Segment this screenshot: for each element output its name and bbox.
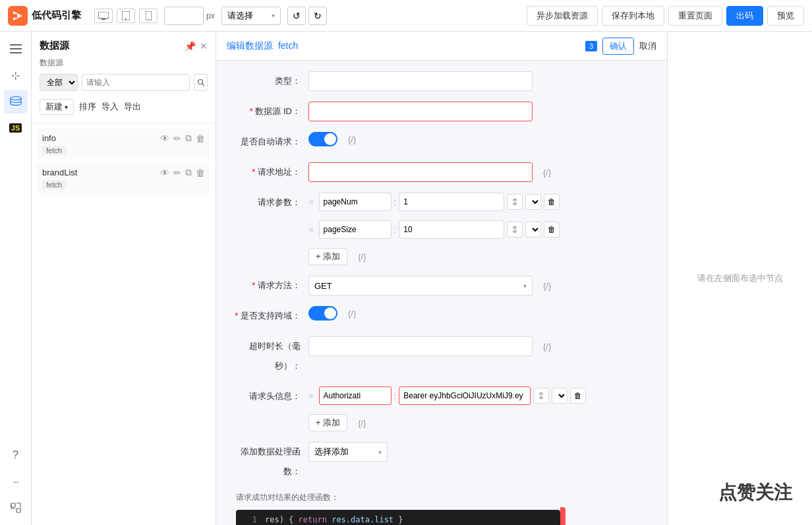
sidebar-icons: ⊹ JS ? ··· [0,32,32,525]
list-item[interactable]: brandList 👁 ✏ ⧉ 🗑 fetch [37,163,210,193]
panel-close-btn[interactable]: ✕ [200,41,208,51]
right-panel: 请在左侧面布选中节点 [667,32,812,525]
edit-panel: 编辑数据源 fetch 3 确认 取消 类型： fetch 数据源 ID： [216,32,667,525]
drag-icon: ⊹ [11,69,20,82]
expr-badge: {/} [348,135,356,144]
reset-page-btn[interactable]: 重置页面 [668,6,722,26]
database-icon-btn[interactable] [4,90,28,113]
add-param-btn[interactable]: + 添加 [308,248,347,265]
export-code-btn[interactable]: 出码 [726,6,763,26]
param-key-input[interactable] [319,193,392,211]
param-type-select[interactable] [525,222,541,237]
sort-arrows-icon [511,226,519,233]
question-icon-btn[interactable]: ? [4,443,28,467]
url-input[interactable]: http://admin-api.macrozheng.com/brand/li… [308,162,533,182]
svg-point-6 [125,18,127,20]
delete-icon[interactable]: 🗑 [196,133,205,144]
menu-icon-btn[interactable] [4,37,28,61]
copy-icon[interactable]: ⧉ [185,167,192,178]
delete-icon[interactable]: 🗑 [196,168,205,178]
list-item[interactable]: info 👁 ✏ ⧉ 🗑 fetch [37,129,210,159]
param-delete-btn[interactable]: 🗑 [544,222,560,237]
header-sort-btn[interactable] [533,388,549,404]
sort-btn[interactable]: 排序 [79,101,96,113]
method-value-group: GET ▾ {/} [308,276,654,295]
params-label: 请求参数： [229,193,308,212]
drag-handle-icon[interactable]: ≡ [308,225,314,235]
more-icon: ··· [13,476,18,487]
param-type-select[interactable] [525,194,541,210]
expand-icon-btn[interactable] [4,496,28,520]
add-header-btn[interactable]: + 添加 [308,414,347,431]
eye-icon[interactable]: 👁 [160,168,169,178]
ds-item-header: brandList 👁 ✏ ⧉ 🗑 [42,167,205,178]
cors-toggle[interactable] [308,306,337,321]
js-icon: JS [9,123,22,133]
method-select-value: GET [314,281,332,291]
method-label: 请求方法： [229,276,308,295]
param-delete-btn[interactable]: 🗑 [544,194,560,210]
method-select[interactable]: GET ▾ [308,276,533,295]
code-editor[interactable]: 1 res) { return res.data.list } [236,510,560,525]
header-delete-btn[interactable]: 🗑 [570,388,586,404]
svg-rect-9 [10,44,22,46]
drag-icon-btn[interactable]: ⊹ [4,63,28,87]
param-actions: 🗑 [507,222,560,237]
datasource-id-input[interactable]: brandList [308,102,533,121]
header-row: ≡ : 🗑 [308,386,586,405]
svg-rect-10 [10,48,22,49]
eye-icon[interactable]: 👁 [160,133,169,144]
param-val-input[interactable] [399,193,504,211]
undo-btn[interactable]: ↺ [287,7,306,25]
edit-icon[interactable]: ✏ [173,133,181,144]
expand-icon [11,503,21,513]
copy-icon[interactable]: ⧉ [185,133,192,144]
more-icon-btn[interactable]: ··· [4,470,28,493]
svg-line-16 [202,84,204,86]
header-val-input[interactable] [399,386,531,405]
export-btn[interactable]: 导出 [124,101,141,113]
timeout-input[interactable]: 5000 [308,336,533,356]
mobile-device-btn[interactable] [139,9,158,23]
header-type-select[interactable] [552,388,567,404]
import-btn[interactable]: 导入 [102,101,119,113]
method-row: 请求方法： GET ▾ {/} [229,276,654,295]
redo-btn[interactable]: ↻ [308,7,327,25]
handler-select[interactable]: 选择添加 ▾ [308,442,388,462]
param-key-input[interactable] [319,220,392,239]
save-local-btn[interactable]: 保存到本地 [602,6,664,26]
filter-type-select[interactable]: 全部 [40,74,78,91]
handler-value-group: 选择添加 ▾ [308,442,654,462]
pin-btn[interactable]: 📌 [185,41,196,51]
sort-arrows-icon [511,198,519,206]
drag-handle-icon[interactable]: ≡ [308,391,314,401]
width-input[interactable]: 787 [164,7,204,25]
ds-item-actions: 👁 ✏ ⧉ 🗑 [160,167,205,178]
ds-item-type: fetch [42,146,66,155]
filter-search-btn[interactable] [194,74,208,91]
svg-point-8 [148,18,149,20]
code-row: 请求成功对结果的处理函数： 1 res) { return res.data.l… [236,492,654,525]
tablet-device-btn[interactable] [117,9,135,23]
preset-select[interactable]: 请选择 ▾ [221,7,281,25]
mobile-icon [146,11,152,20]
header-key-input[interactable] [319,386,392,405]
cancel-btn[interactable]: 取消 [639,40,656,52]
type-input[interactable]: fetch [308,71,533,91]
drag-handle-icon[interactable]: ≡ [308,197,314,207]
svg-point-15 [198,80,202,84]
desktop-device-btn[interactable] [94,9,113,23]
auto-request-toggle[interactable] [308,132,337,146]
confirm-btn[interactable]: 确认 [602,38,634,55]
param-val-input[interactable] [399,220,504,239]
filter-input[interactable] [82,74,190,91]
param-sort-btn[interactable] [507,194,523,210]
edit-icon[interactable]: ✏ [173,168,181,178]
js-icon-btn[interactable]: JS [4,116,28,140]
param-sort-btn[interactable] [507,222,523,237]
preview-btn[interactable]: 预览 [767,6,804,26]
async-load-btn[interactable]: 异步加载资源 [527,6,598,26]
cors-label: 是否支持跨域： [229,306,308,326]
new-datasource-btn[interactable]: 新建 ▾ [40,99,74,115]
header-actions: 🗑 [533,388,586,404]
